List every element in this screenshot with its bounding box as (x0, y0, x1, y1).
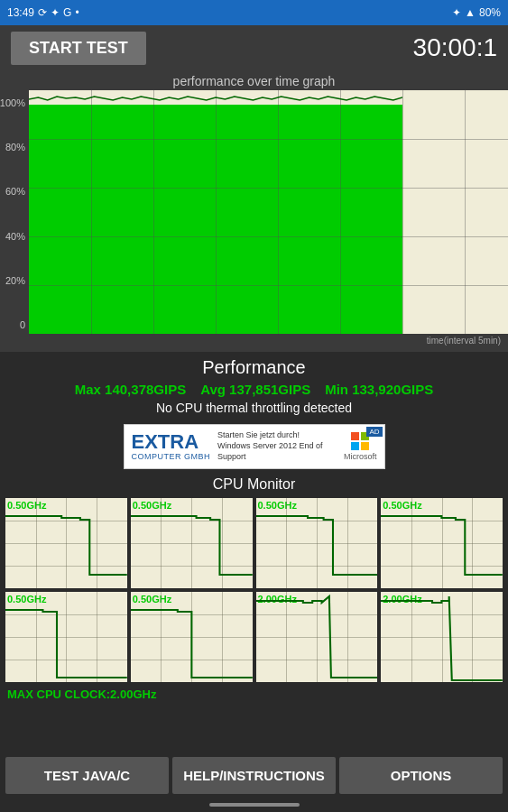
ad-logo: EXTRA COMPUTER GMBH (132, 432, 211, 461)
status-time: 13:49 (7, 6, 34, 19)
y-axis: 100% 80% 60% 40% 20% 0 (0, 90, 29, 334)
y-label-100: 100% (0, 97, 25, 108)
cpu-monitor-section: CPU Monitor 0.50GHz 0.50GHz (0, 475, 508, 706)
min-gips: Min 133,920GIPS (325, 382, 433, 397)
graph-canvas (29, 90, 508, 334)
y-label-20: 20% (5, 275, 25, 286)
cpu-line-svg-1 (131, 498, 253, 588)
ad-line1: Starten Sie jetzt durch! (217, 430, 337, 441)
cpu-cell-4: 0.50GHz (5, 592, 127, 682)
performance-title: Performance (7, 357, 501, 378)
ad-logo-sub: COMPUTER GMBH (132, 452, 211, 461)
dot-icon: • (75, 6, 79, 19)
start-test-button[interactable]: START TEST (11, 32, 146, 65)
y-label-80: 80% (5, 142, 25, 152)
time-axis-label: time(interval 5min) (29, 336, 508, 346)
ad-banner[interactable]: EXTRA COMPUTER GMBH Starten Sie jetzt du… (124, 424, 385, 469)
ad-ms-text: Microsoft (344, 452, 377, 461)
performance-section: Performance Max 140,378GIPS Avg 137,851G… (0, 352, 508, 424)
test-java-button[interactable]: TEST JAVA/C (5, 757, 169, 794)
avg-gips: Avg 137,851GIPS (200, 382, 310, 397)
bluetooth-right-icon: ✦ (452, 6, 461, 19)
cpu-line-svg-6 (256, 592, 378, 682)
performance-line (29, 90, 402, 108)
cpu-grid: 0.50GHz 0.50GHz (5, 498, 503, 682)
cpu-cell-2: 0.50GHz (256, 498, 378, 588)
bluetooth-icon: ✦ (51, 6, 60, 19)
max-gips: Max 140,378GIPS (75, 382, 186, 397)
g-icon: G (63, 6, 71, 19)
graph-title: performance over time graph (0, 74, 508, 88)
home-indicator (209, 803, 300, 807)
cpu-cell-6: 2.00GHz (256, 592, 378, 682)
status-left: 13:49 ⟳ ✦ G • (7, 6, 79, 19)
cpu-line-svg-2 (256, 498, 378, 588)
max-cpu-label: MAX CPU CLOCK:2.00GHz (5, 686, 503, 705)
performance-stats: Max 140,378GIPS Avg 137,851GIPS Min 133,… (7, 382, 501, 397)
bottom-toolbar: TEST JAVA/C HELP/INSTRUCTIONS OPTIONS (0, 757, 508, 794)
ad-line2: Windows Server 2012 End of Support (217, 441, 337, 462)
sync-icon: ⟳ (38, 6, 47, 19)
cpu-cell-3: 0.50GHz (381, 498, 503, 588)
y-label-40: 40% (5, 231, 25, 242)
timer-display: 30:00:1 (413, 33, 497, 62)
cpu-line-svg-4 (5, 592, 127, 682)
status-bar: 13:49 ⟳ ✦ G • ✦ ▲ 80% (0, 0, 508, 25)
cpu-line-svg-7 (381, 592, 503, 682)
y-label-0: 0 (20, 319, 25, 330)
wifi-icon: ▲ (465, 6, 476, 19)
ad-content: Starten Sie jetzt durch! Windows Server … (210, 430, 344, 462)
battery-level: 80% (479, 6, 501, 19)
ad-badge: AD (366, 427, 382, 437)
y-label-60: 60% (5, 186, 25, 197)
cpu-cell-5: 0.50GHz (131, 592, 253, 682)
ad-logo-text: EXTRA (132, 432, 199, 452)
cpu-line-svg-3 (381, 498, 503, 588)
cpu-line-svg-5 (131, 592, 253, 682)
status-right: ✦ ▲ 80% (452, 6, 501, 19)
top-bar: START TEST 30:00:1 (0, 25, 508, 70)
cpu-cell-1: 0.50GHz (131, 498, 253, 588)
graph-container: 100% 80% 60% 40% 20% 0 (0, 90, 508, 352)
ms-blue-sq (351, 442, 359, 450)
cpu-line-svg-0 (5, 498, 127, 588)
ms-red-sq (351, 432, 359, 440)
throttle-status: No CPU thermal throttling detected (7, 401, 501, 415)
cpu-cell-0: 0.50GHz (5, 498, 127, 588)
graph-section: performance over time graph 100% 80% 60%… (0, 70, 508, 352)
cpu-monitor-title: CPU Monitor (5, 476, 503, 493)
options-button[interactable]: OPTIONS (339, 757, 503, 794)
ms-yellow-sq (361, 442, 369, 450)
cpu-cell-7: 2.00GHz (381, 592, 503, 682)
graph-inner: time(interval 5min) (29, 90, 508, 343)
help-instructions-button[interactable]: HELP/INSTRUCTIONS (172, 757, 336, 794)
green-area (29, 105, 402, 334)
